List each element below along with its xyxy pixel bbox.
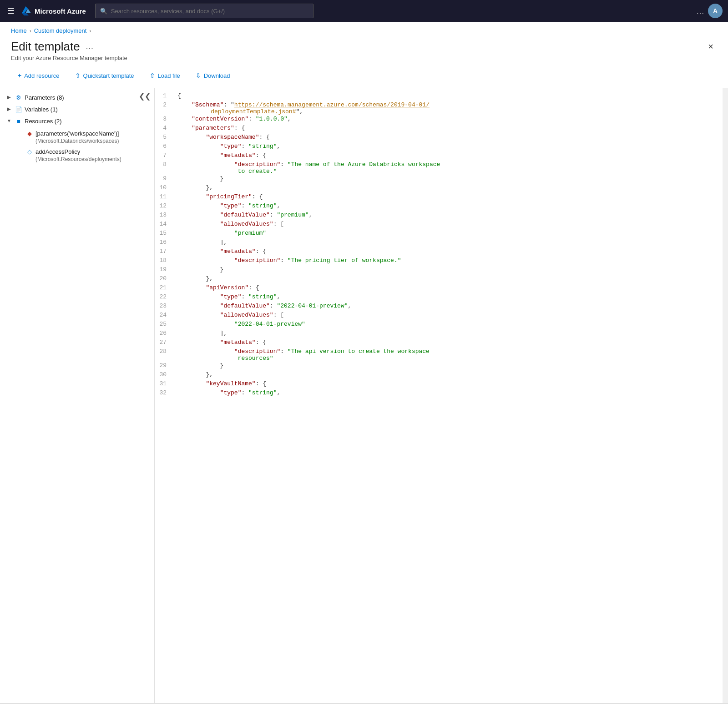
- line-number: 12: [155, 202, 174, 211]
- tree-resource-2[interactable]: ◇ addAccessPolicy (Microsoft.Resources/d…: [0, 146, 154, 164]
- line-number: 7: [155, 151, 174, 161]
- table-row: 12 "type": "string",: [155, 202, 728, 211]
- upload-icon: ⇧: [75, 72, 81, 79]
- resources-expand-icon: ▼: [5, 118, 13, 123]
- line-content: "pricingTier": {: [174, 193, 728, 202]
- databricks-icon: ◆: [25, 130, 34, 137]
- line-number: 18: [155, 257, 174, 266]
- bottom-bar: Save Discard: [0, 703, 728, 706]
- code-panel: 1{2 "$schema": "https://schema.managemen…: [155, 88, 728, 703]
- table-row: 10 },: [155, 184, 728, 193]
- line-content: "parameters": {: [174, 124, 728, 133]
- line-content: ],: [174, 238, 728, 247]
- line-content: "description": "The pricing tier of work…: [174, 257, 728, 266]
- table-row: 31 "keyVaultName": {: [155, 380, 728, 389]
- line-number: 10: [155, 184, 174, 193]
- line-number: 4: [155, 124, 174, 133]
- line-number: 15: [155, 229, 174, 238]
- parameters-icon: ⚙: [15, 94, 23, 101]
- breadcrumb-home[interactable]: Home: [11, 27, 27, 34]
- line-content: "defaultValue": "premium",: [174, 211, 728, 220]
- hamburger-menu-icon[interactable]: ☰: [5, 4, 16, 18]
- line-content: "type": "string",: [174, 142, 728, 151]
- quickstart-template-button[interactable]: ⇧ Quickstart template: [68, 69, 141, 82]
- table-row: 9 }: [155, 175, 728, 184]
- close-button[interactable]: ×: [704, 40, 717, 54]
- breadcrumb-custom-deployment[interactable]: Custom deployment: [34, 27, 87, 34]
- download-icon: ⇩: [196, 72, 201, 79]
- app-logo: Microsoft Azure: [22, 6, 86, 15]
- table-row: 7 "metadata": {: [155, 151, 728, 161]
- line-content: "allowedValues": [: [174, 311, 728, 320]
- toolbar: + Add resource ⇧ Quickstart template ⇧ L…: [0, 65, 728, 88]
- line-number: 20: [155, 275, 174, 284]
- table-row: 1{: [155, 92, 728, 101]
- line-number: 26: [155, 329, 174, 338]
- code-editor[interactable]: 1{2 "$schema": "https://schema.managemen…: [155, 88, 728, 703]
- line-number: 5: [155, 133, 174, 142]
- line-number: 25: [155, 320, 174, 329]
- more-options-icon[interactable]: …: [696, 6, 704, 16]
- line-content: }: [174, 362, 728, 371]
- table-row: 20 },: [155, 275, 728, 284]
- variables-expand-icon: ▶: [5, 106, 13, 111]
- breadcrumb-sep-2: ›: [89, 28, 91, 34]
- tree-variables[interactable]: ▶ 📄 Variables (1): [0, 104, 154, 116]
- line-number: 27: [155, 338, 174, 348]
- topbar-right: … A: [696, 4, 723, 18]
- line-content: "description": "The api version to creat…: [174, 348, 728, 362]
- collapse-panel-button[interactable]: ❮❮: [139, 92, 151, 101]
- table-row: 15 "premium": [155, 229, 728, 238]
- table-row: 24 "allowedValues": [: [155, 311, 728, 320]
- line-content: "keyVaultName": {: [174, 380, 728, 389]
- line-number: 22: [155, 293, 174, 302]
- table-row: 17 "metadata": {: [155, 247, 728, 257]
- load-file-icon: ⇧: [150, 72, 155, 79]
- download-button[interactable]: ⇩ Download: [189, 69, 237, 82]
- line-content: "apiVersion": {: [174, 284, 728, 293]
- line-content: },: [174, 275, 728, 284]
- line-number: 23: [155, 302, 174, 311]
- tree-resources[interactable]: ▼ ■ Resources (2): [0, 116, 154, 127]
- tree-resource-1[interactable]: ◆ [parameters('workspaceName')] (Microso…: [0, 128, 154, 146]
- load-file-button[interactable]: ⇧ Load file: [143, 69, 187, 82]
- page-title: Edit template: [11, 40, 80, 54]
- table-row: 3 "contentVersion": "1.0.0.0",: [155, 115, 728, 124]
- line-content: "$schema": "https://schema.management.az…: [174, 101, 728, 115]
- table-row: 18 "description": "The pricing tier of w…: [155, 257, 728, 266]
- line-content: "2022-04-01-preview": [174, 320, 728, 329]
- scrollbar[interactable]: [723, 88, 728, 703]
- code-table: 1{2 "$schema": "https://schema.managemen…: [155, 92, 728, 398]
- breadcrumb-sep-1: ›: [30, 28, 31, 34]
- tree-parameters[interactable]: ▶ ⚙ Parameters (8): [0, 92, 154, 104]
- line-number: 17: [155, 247, 174, 257]
- table-row: 2 "$schema": "https://schema.management.…: [155, 101, 728, 115]
- line-number: 8: [155, 161, 174, 175]
- search-input[interactable]: [111, 8, 308, 15]
- header-more-icon[interactable]: …: [86, 42, 94, 51]
- line-number: 2: [155, 101, 174, 115]
- table-row: 29 }: [155, 362, 728, 371]
- line-number: 28: [155, 348, 174, 362]
- line-number: 19: [155, 266, 174, 275]
- table-row: 8 "description": "The name of the Azure …: [155, 161, 728, 175]
- resources-icon: ■: [15, 118, 23, 125]
- line-content: "workspaceName": {: [174, 133, 728, 142]
- table-row: 25 "2022-04-01-preview": [155, 320, 728, 329]
- plus-icon: +: [18, 72, 21, 79]
- line-number: 1: [155, 92, 174, 101]
- user-avatar[interactable]: A: [708, 4, 723, 18]
- line-content: "contentVersion": "1.0.0.0",: [174, 115, 728, 124]
- line-number: 21: [155, 284, 174, 293]
- main-content: ❮❮ ▶ ⚙ Parameters (8) ▶ 📄 Variables (1) …: [0, 88, 728, 703]
- table-row: 5 "workspaceName": {: [155, 133, 728, 142]
- line-content: "type": "string",: [174, 389, 728, 398]
- search-bar[interactable]: 🔍: [95, 4, 313, 18]
- line-content: "defaultValue": "2022-04-01-preview",: [174, 302, 728, 311]
- line-content: },: [174, 184, 728, 193]
- table-row: 23 "defaultValue": "2022-04-01-preview",: [155, 302, 728, 311]
- topbar: ☰ Microsoft Azure 🔍 … A: [0, 0, 728, 22]
- table-row: 32 "type": "string",: [155, 389, 728, 398]
- line-content: "description": "The name of the Azure Da…: [174, 161, 728, 175]
- add-resource-button[interactable]: + Add resource: [11, 69, 66, 82]
